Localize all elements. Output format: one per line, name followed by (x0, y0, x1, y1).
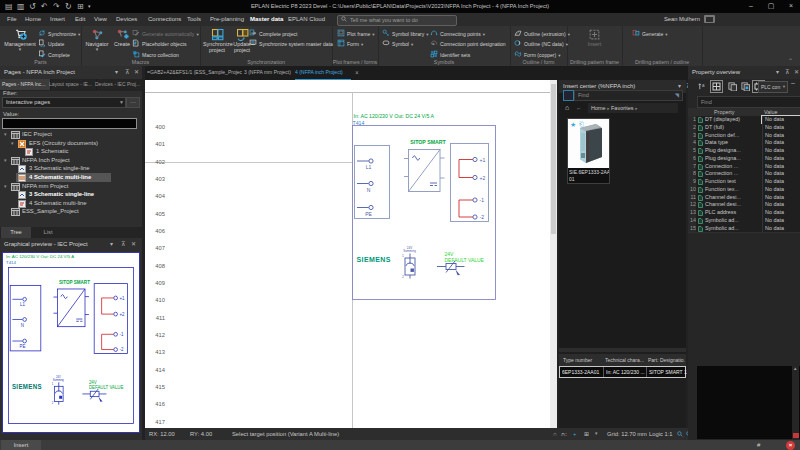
zoom-in-icon[interactable] (677, 428, 683, 440)
property-value[interactable]: No data (762, 163, 800, 171)
value-input[interactable] (2, 118, 137, 129)
property-value[interactable]: No data (762, 178, 800, 186)
col-technical[interactable]: Technical chara... (605, 354, 645, 366)
col-value[interactable]: Value (764, 108, 777, 116)
ribbon-collapse-icon[interactable]: ⌃ (788, 57, 793, 64)
document-tab-2[interactable]: 4 (NFPA inch Project) (295, 66, 351, 81)
tree-item-3-schematic-single-line[interactable]: 3 Schematic single-line (0, 190, 142, 199)
expand-icon[interactable]: ▾ (4, 130, 7, 139)
ribbon-item-connecting-points[interactable]: Connecting points▾ (430, 29, 485, 38)
schematic-canvas[interactable]: 4004014024034044054064074084094104114124… (145, 80, 557, 428)
close-icon[interactable]: ✕ (131, 238, 136, 251)
ribbon-item-connection-point-designation[interactable]: aConnection point designation (430, 39, 506, 48)
close-message-button[interactable]: × (786, 441, 795, 450)
document-tab-1[interactable]: 3 (NFPA mm Project) (244, 66, 292, 79)
plc-config-dropdown[interactable]: PLC con ▼ (758, 81, 788, 93)
col-type-number[interactable]: Type number (563, 354, 602, 366)
property-value[interactable]: No data (762, 209, 800, 217)
insert-center-view-icon[interactable] (563, 90, 574, 101)
close-icon[interactable]: ✕ (134, 66, 139, 79)
close-button[interactable]: × (782, 0, 800, 12)
menu-home[interactable]: Home (25, 13, 41, 26)
tree-item-1-schematic[interactable]: 1 Schematic (0, 147, 142, 156)
ribbon-item-plot-frame[interactable]: Plot frame▾ (337, 29, 374, 38)
minimize-button[interactable]: – (742, 0, 760, 12)
scroll-up-icon[interactable]: ▲ (793, 366, 797, 371)
tree-item-nfpa-mm-project[interactable]: ▾NFPA mm Project (0, 182, 142, 191)
minus-icon[interactable]: – (791, 79, 795, 86)
plus-icon[interactable]: + (573, 428, 576, 440)
ribbon-button-insert[interactable]: Insert (581, 27, 608, 47)
ribbon-item-symbol[interactable]: Symbol▾ (382, 39, 413, 48)
paste-icon[interactable] (741, 82, 750, 91)
ribbon-button-create[interactable]: Create (110, 27, 134, 47)
menu-tools[interactable]: Tools (187, 13, 201, 26)
filter-browse-button[interactable]: … (126, 97, 140, 108)
ribbon-item-generate-automatically[interactable]: Generate automatically▾ (132, 29, 199, 38)
ribbon-item-complete[interactable]: Complete (38, 50, 70, 59)
ribbon-item-form-copper-[interactable]: Form (copper)▾ (514, 50, 561, 59)
menu-connections[interactable]: Connections (148, 13, 181, 26)
sort-icon[interactable]: a (698, 82, 707, 91)
grid-toggle-icon[interactable]: ⊞ (584, 428, 589, 440)
tree-item-4-schematic-multi-line[interactable]: 4 Schematic multi-line (0, 173, 142, 182)
document-tab-0[interactable]: =GAB2+A2&EFS1/1 (ESS_Sample_Project) (147, 66, 242, 79)
expand-icon[interactable]: ▾ (4, 182, 7, 191)
filter-select[interactable]: Interactive pages ▼ (2, 97, 126, 108)
ribbon-item-outline-extrusion-[interactable]: Outline (extrusion)▾ (514, 29, 570, 38)
tree-item-4-schematic-multi-line[interactable]: 4 Schematic multi-line (0, 199, 142, 208)
pin-icon[interactable]: ⊼ (125, 66, 129, 79)
tree-item-nfpa-inch-project[interactable]: ▾NFPA Inch Project (0, 156, 142, 165)
pin-icon[interactable]: ⊼ (785, 66, 789, 79)
interruption-point-icon[interactable]: ∩ (553, 428, 557, 440)
property-value[interactable]: No data (762, 132, 800, 140)
menu-pre-planning[interactable]: Pre-planning (210, 13, 244, 26)
chevron-down-icon[interactable]: ▾ (110, 238, 113, 251)
ribbon-item-outline-nc-data-[interactable]: Outline (NC data)▾ (514, 39, 568, 48)
menu-eplan-cloud[interactable]: EPLAN Cloud (288, 13, 325, 26)
property-value[interactable]: No data (762, 139, 800, 147)
menu-master-data[interactable]: Master data (250, 13, 283, 27)
menu-insert[interactable]: Insert (50, 13, 65, 26)
insert-center-find-input[interactable]: Find ◥ (574, 90, 683, 101)
property-value[interactable]: No data (762, 170, 800, 178)
panel-tab-0[interactable]: Pages - NFPA Inc... (0, 79, 51, 90)
panel-tab-2[interactable]: Devices - IEC Proj... (93, 79, 144, 90)
maximize-button[interactable]: ▢ (762, 0, 780, 12)
property-find-input[interactable]: Find (697, 96, 800, 108)
panel-tab-1[interactable]: Layout space - IE... (47, 79, 97, 90)
ribbon-item-identifier-sets[interactable]: Identifier sets (430, 50, 470, 59)
tree-item-efs-circuitry-documents-[interactable]: ▾EFS (Circuitry documents) (0, 139, 142, 148)
ribbon-item-synchronize[interactable]: Synchronize▾ (38, 29, 80, 38)
pin-icon[interactable]: ⊼ (121, 238, 125, 251)
property-value[interactable]: No data (762, 147, 800, 155)
property-row-15[interactable]: 15Symbolic ad...No data (688, 225, 800, 234)
ribbon-button-navigator[interactable]: Navigator▾ (84, 27, 110, 51)
tree-item-3-schematic-single-line[interactable]: 3 Schematic single-line (0, 164, 142, 173)
property-value[interactable]: No data (762, 116, 800, 124)
col-property[interactable]: Property (714, 108, 734, 116)
command-search-input[interactable]: Tell me what you want to do (337, 15, 457, 27)
ribbon-item-synchronize-system-master-data[interactable]: Synchronize system master data (249, 39, 333, 48)
breadcrumb-home[interactable]: Home (591, 105, 606, 111)
property-value[interactable]: No data (762, 194, 800, 202)
parts-table-row[interactable]: 6EP1333-2AA01 In: AC 120/230 ... SITOP S… (559, 366, 686, 378)
ribbon-item-symbol-library[interactable]: Symbol library▾ (382, 29, 429, 38)
ribbon-item-generate[interactable]: Generate▾ (632, 29, 668, 38)
tree-item-iec-project[interactable]: ▾IEC Project (0, 130, 142, 139)
property-value[interactable]: No data (762, 155, 800, 163)
expand-icon[interactable]: ▾ (4, 156, 7, 165)
expand-icon[interactable]: ▾ (11, 139, 14, 148)
menu-edit[interactable]: Edit (75, 13, 85, 26)
menu-devices[interactable]: Devices (116, 13, 137, 26)
property-value[interactable]: No data (762, 225, 800, 233)
property-value[interactable]: No data (762, 186, 800, 194)
view-tab-tree[interactable]: Tree (1, 227, 31, 238)
device-tile[interactable]: ★ ⎗ SIE.6EP1333-2AA 01 (567, 118, 610, 184)
close-icon[interactable]: ✕ (794, 66, 799, 79)
copy-icon[interactable] (728, 82, 737, 91)
col-designation[interactable]: Part: Designatio... (648, 354, 685, 366)
preview-canvas[interactable]: In: AC 120/230 V Out: DC 24 V/5 A T414 L… (2, 252, 140, 433)
user-name[interactable]: Sean Mulhern (630, 13, 700, 26)
favorite-star-icon[interactable]: ★ (570, 121, 576, 129)
